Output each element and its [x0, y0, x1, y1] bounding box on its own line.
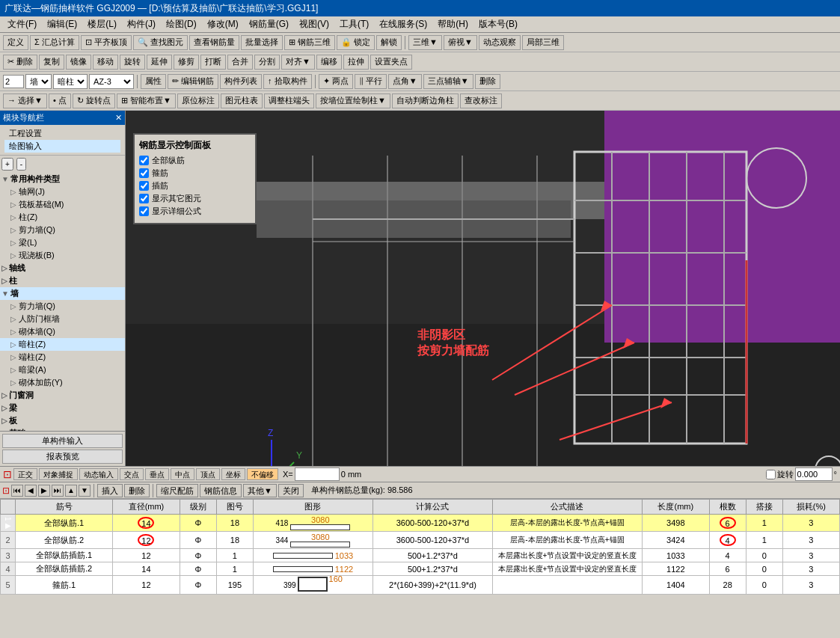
- btn-check-mark[interactable]: 查改标注: [460, 93, 502, 108]
- element-category-select[interactable]: 墙: [25, 74, 52, 89]
- element-type-select[interactable]: 暗柱: [53, 74, 88, 89]
- menu-modify[interactable]: 修改(M): [203, 16, 243, 32]
- btn-rebar-info[interactable]: 钢筋信息: [200, 484, 242, 497]
- table-row[interactable]: 2 全部纵筋.2 12 Φ 18 344 3080: [1, 532, 840, 549]
- sidebar-item-dz[interactable]: ▷端柱(Z): [0, 351, 125, 364]
- sidebar-item-az[interactable]: ▷暗柱(Z): [0, 338, 125, 351]
- btn-midpoint[interactable]: 中点: [171, 468, 194, 480]
- sidebar-item-raft[interactable]: ▷筏板基础(M): [0, 198, 125, 211]
- menu-help[interactable]: 帮助(H): [433, 16, 473, 32]
- btn-pick-element[interactable]: ↑ 拾取构件: [263, 74, 312, 89]
- btn-calc[interactable]: Σ 汇总计算: [30, 35, 79, 50]
- rebar-option-5[interactable]: 显示详细公式: [139, 206, 251, 217]
- btn-auto-corner-col[interactable]: 自动判断边角柱: [392, 93, 459, 108]
- sidebar-group-door[interactable]: ▷门窗洞: [0, 389, 125, 402]
- rebar-cb-1[interactable]: [139, 156, 149, 165]
- sidebar-group-wall[interactable]: ▼墙: [0, 287, 125, 300]
- btn-other[interactable]: 其他▼: [243, 484, 277, 497]
- btn-no-offset[interactable]: 不偏移: [247, 468, 278, 480]
- sidebar-item-beam[interactable]: ▷梁(L): [0, 236, 125, 249]
- btn-mirror[interactable]: 镜像: [66, 55, 91, 70]
- btn-parallel[interactable]: ∥ 平行: [355, 74, 387, 89]
- rebar-option-3[interactable]: 插筋: [139, 180, 251, 191]
- sidebar-group-col[interactable]: ▷柱: [0, 274, 125, 287]
- sidebar-item-al[interactable]: ▷暗梁(A): [0, 364, 125, 376]
- sidebar-item-slab[interactable]: ▷现浇板(B): [0, 249, 125, 262]
- btn-align[interactable]: 对齐▼: [281, 55, 315, 70]
- btn-offset[interactable]: 编移: [316, 55, 342, 70]
- menu-view[interactable]: 视图(V): [295, 16, 334, 32]
- sidebar-item-qtq[interactable]: ▷砌体墙(Q): [0, 325, 125, 338]
- sidebar-btn-report[interactable]: 报表预览: [2, 450, 123, 464]
- btn-adjust-col-end[interactable]: 调整柱端头: [264, 93, 314, 108]
- btn-insert[interactable]: 插入: [97, 484, 123, 497]
- btn-fig-col-table[interactable]: 图元柱表: [221, 93, 263, 108]
- btn-stretch[interactable]: 拉伸: [343, 55, 369, 70]
- btn-scale-rebar[interactable]: 缩尺配筋: [156, 484, 198, 497]
- sidebar-item-qtjj[interactable]: ▷砌体加筋(Y): [0, 376, 125, 389]
- rebar-cb-3[interactable]: [139, 181, 149, 191]
- btn-split[interactable]: 分割: [254, 55, 280, 70]
- sidebar-group-board[interactable]: ▷板: [0, 414, 125, 427]
- btn-find[interactable]: 🔍 查找图元: [133, 35, 188, 50]
- btn-move[interactable]: 移动: [93, 55, 118, 70]
- btn-del-row[interactable]: 删除: [124, 484, 150, 497]
- rebar-cb-2[interactable]: [139, 168, 149, 178]
- btn-lock[interactable]: 🔒 锁定: [337, 35, 375, 50]
- nav-first[interactable]: ⏮: [11, 485, 23, 497]
- btn-element-list[interactable]: 构件列表: [220, 74, 262, 89]
- rebar-option-4[interactable]: 显示其它图元: [139, 193, 251, 204]
- nav-down[interactable]: ▼: [79, 485, 91, 497]
- x-coord-input[interactable]: [295, 467, 340, 481]
- sidebar-item-settings[interactable]: 工程设置: [4, 127, 120, 140]
- rebar-option-2[interactable]: 箍筋: [139, 168, 251, 179]
- btn-three-point[interactable]: 三点辅轴▼: [423, 74, 473, 89]
- btn-close[interactable]: 关闭: [278, 484, 304, 497]
- btn-rotate[interactable]: 旋转: [120, 55, 145, 70]
- btn-3d[interactable]: 三维▼: [408, 35, 442, 50]
- btn-property[interactable]: 属性: [141, 74, 166, 89]
- btn-flat-top[interactable]: ⊡ 平齐板顶: [81, 35, 132, 50]
- rebar-cb-5[interactable]: [139, 206, 149, 216]
- btn-view[interactable]: 俯视▼: [444, 35, 477, 50]
- rebar-cb-4[interactable]: [139, 194, 149, 203]
- rotate-input[interactable]: [795, 467, 833, 481]
- sidebar-item-col[interactable]: ▷柱(Z): [0, 211, 125, 224]
- sidebar-group-axis[interactable]: ▷轴线: [0, 262, 125, 274]
- btn-unlock[interactable]: 解锁: [376, 35, 402, 50]
- rotate-checkbox[interactable]: [766, 470, 776, 479]
- btn-dynamic-view[interactable]: 动态观察: [479, 35, 521, 50]
- btn-edit-rebar[interactable]: ✏ 编辑钢筋: [168, 74, 218, 89]
- btn-setpoint[interactable]: 设置夹点: [370, 55, 412, 70]
- sidebar-item-draw[interactable]: 绘图输入: [4, 140, 120, 153]
- nav-next[interactable]: ▶: [38, 485, 50, 497]
- element-name-select[interactable]: AZ-3: [89, 74, 134, 89]
- btn-ortho[interactable]: 正交: [13, 468, 37, 480]
- btn-dynamic-input[interactable]: 动态输入: [79, 468, 118, 480]
- sidebar-item-axis[interactable]: ▷轴网(J): [0, 185, 125, 198]
- btn-inplace-mark[interactable]: 原位标注: [177, 93, 219, 108]
- btn-snap[interactable]: 对象捕捉: [39, 468, 78, 480]
- btn-select[interactable]: → 选择▼: [3, 93, 47, 108]
- btn-define[interactable]: 定义: [3, 35, 28, 50]
- menu-draw[interactable]: 绘图(D): [162, 16, 201, 32]
- table-row[interactable]: 5 箍筋.1 12 Φ 195 399 160 2*(: [1, 576, 840, 595]
- btn-smart-layout[interactable]: ⊞ 智能布置▼: [117, 93, 176, 108]
- sidebar-group-common[interactable]: ▼常用构件类型: [0, 173, 125, 185]
- sidebar-remove-btn[interactable]: -: [16, 158, 26, 171]
- sidebar-group-beam[interactable]: ▷梁: [0, 402, 125, 414]
- menu-element[interactable]: 构件(J): [123, 16, 160, 32]
- btn-endpoint[interactable]: 顶点: [196, 468, 220, 480]
- btn-point-angle[interactable]: 点角▼: [388, 74, 422, 89]
- menu-file[interactable]: 文件(F): [3, 16, 41, 32]
- sidebar-item-shear-wall[interactable]: ▷剪力墙(Q): [0, 224, 125, 236]
- table-row[interactable]: 1▶ 全部纵筋.1 14 Φ 18 418 3080: [1, 515, 840, 532]
- btn-rebar-3d[interactable]: ⊞ 钢筋三维: [284, 35, 335, 50]
- btn-merge[interactable]: 合并: [227, 55, 253, 70]
- rebar-option-1[interactable]: 全部纵筋: [139, 155, 251, 166]
- sidebar-close-btn[interactable]: ✕: [115, 113, 122, 123]
- btn-coord[interactable]: 坐标: [221, 468, 245, 480]
- nav-prev[interactable]: ◀: [25, 485, 37, 497]
- sidebar-add-btn[interactable]: +: [1, 158, 13, 171]
- floor-number-input[interactable]: [3, 75, 24, 88]
